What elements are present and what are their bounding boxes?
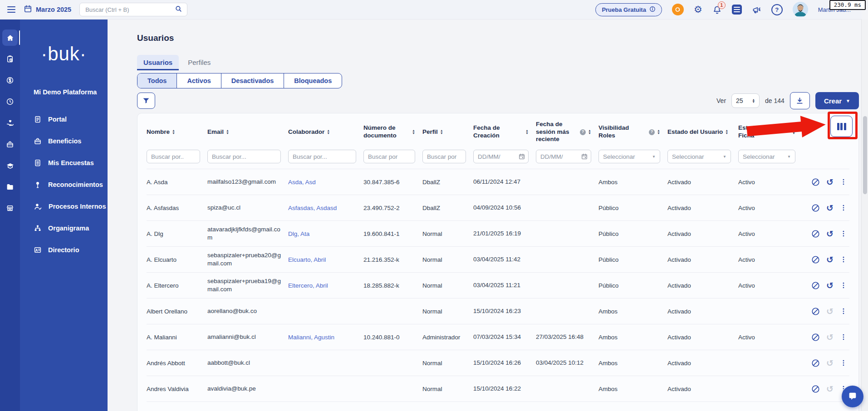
filter-select-visibilidad[interactable]: Seleccionar ▼ <box>598 150 660 163</box>
reset-password-icon[interactable]: ↺ <box>826 255 834 264</box>
kebab-menu-icon[interactable] <box>839 178 848 186</box>
filter-select-estado_usuario[interactable]: Seleccionar ▼ <box>667 150 731 163</box>
rail-item-hand-heart-icon[interactable] <box>2 115 18 131</box>
global-search[interactable] <box>79 3 187 16</box>
collaborator-link[interactable]: Eltercero, Abril <box>288 282 328 289</box>
rail-item-folder-icon[interactable] <box>2 179 18 195</box>
hamburger-menu-icon[interactable] <box>7 6 15 13</box>
sort-icon[interactable]: ▲▼ <box>412 129 415 135</box>
sidebar-item-directorio[interactable]: Directorio <box>20 239 108 261</box>
search-icon[interactable] <box>175 5 182 15</box>
sidebar-item-beneficios[interactable]: Beneficios <box>20 130 108 152</box>
block-user-icon[interactable] <box>811 255 820 264</box>
segment-desactivados[interactable]: Desactivados <box>221 73 284 88</box>
column-header-colaborador[interactable]: Colaborador▲▼ <box>288 128 356 136</box>
filter-input-colaborador[interactable] <box>288 150 356 163</box>
column-header-email[interactable]: Email▲▼ <box>207 128 281 136</box>
column-header-documento[interactable]: Número de documento▲▼ <box>363 124 415 140</box>
filter-input-nombre[interactable] <box>147 150 200 163</box>
kebab-menu-icon[interactable] <box>839 359 848 367</box>
segment-activos[interactable]: Activos <box>177 73 221 88</box>
assistant-icon[interactable] <box>672 4 684 15</box>
sidebar-item-procesos-internos[interactable]: Procesos Internos <box>20 196 108 217</box>
column-header-sesion[interactable]: Fecha de sesión más reciente?▲▼ <box>536 121 591 144</box>
period-selector[interactable]: Marzo 2025 <box>24 5 71 15</box>
segment-bloqueados[interactable]: Bloqueados <box>284 73 342 88</box>
download-button[interactable] <box>790 92 810 109</box>
filter-input-email[interactable] <box>207 150 281 163</box>
reset-password-icon[interactable]: ↺ <box>826 230 834 238</box>
rail-item-clipboard-clock-icon[interactable] <box>2 51 18 67</box>
kebab-menu-icon[interactable] <box>839 255 848 264</box>
megaphone-icon[interactable] <box>752 5 761 15</box>
sort-icon[interactable]: ▲▼ <box>725 129 728 135</box>
filter-select-estado_ficha[interactable]: Seleccionar ▼ <box>738 150 795 163</box>
filter-input-perfil[interactable] <box>422 150 466 163</box>
block-user-icon[interactable] <box>811 281 820 290</box>
column-header-estado_usuario[interactable]: Estado del Usuario▲▼ <box>667 128 731 136</box>
column-header-estado_ficha[interactable]: Estado de la Ficha▲▼ <box>738 124 795 140</box>
search-input[interactable] <box>84 6 171 14</box>
rail-item-clock-icon[interactable] <box>2 93 18 110</box>
column-header-creacion[interactable]: Fecha de Creación▲▼ <box>473 124 529 140</box>
reset-password-icon[interactable]: ↺ <box>826 178 834 186</box>
chat-bubble-button[interactable] <box>842 386 863 407</box>
sort-icon[interactable]: ▲▼ <box>226 129 229 135</box>
filter-input-documento[interactable] <box>363 150 415 163</box>
column-header-perfil[interactable]: Perfil▲▼ <box>422 128 466 136</box>
filter-button[interactable] <box>137 93 155 109</box>
rail-item-home-icon[interactable] <box>2 29 18 46</box>
gear-icon[interactable]: ⚙ <box>694 5 702 15</box>
kebab-menu-icon[interactable] <box>839 333 848 341</box>
rail-item-store-icon[interactable] <box>2 200 18 216</box>
collaborator-link[interactable]: Asfasdas, Asdasd <box>288 205 337 211</box>
rail-item-dollar-icon[interactable] <box>2 72 18 88</box>
sort-icon[interactable]: ▲▼ <box>525 129 529 135</box>
scrollbar-track[interactable] <box>861 20 868 411</box>
segment-todos[interactable]: Todos <box>137 73 177 88</box>
kebab-menu-icon[interactable] <box>839 230 848 238</box>
block-user-icon[interactable] <box>811 333 820 342</box>
notifications-bell-icon[interactable]: 1 <box>712 5 722 15</box>
column-header-nombre[interactable]: Nombre▲▼ <box>147 128 200 136</box>
sort-icon[interactable]: ▲▼ <box>588 129 591 135</box>
sort-icon[interactable]: ▲▼ <box>172 129 175 135</box>
block-user-icon[interactable] <box>811 229 820 239</box>
block-user-icon[interactable] <box>811 307 820 316</box>
reset-password-icon[interactable]: ↺ <box>826 281 834 290</box>
column-settings-button[interactable] <box>830 116 853 137</box>
sort-icon[interactable]: ▲▼ <box>657 129 660 135</box>
kebab-menu-icon[interactable] <box>839 204 848 212</box>
sidebar-item-portal[interactable]: Portal <box>20 108 108 130</box>
page-size-select[interactable]: 25 ▲▼ <box>731 93 760 108</box>
kebab-menu-icon[interactable] <box>839 281 848 289</box>
block-user-icon[interactable] <box>811 384 820 394</box>
reset-password-icon[interactable]: ↺ <box>826 204 834 212</box>
changelog-icon[interactable] <box>732 5 742 15</box>
trial-badge[interactable]: Prueba Gratuita <box>595 3 662 16</box>
rail-item-education-icon[interactable] <box>2 157 18 174</box>
column-header-visibilidad[interactable]: Visibilidad Roles?▲▼ <box>598 124 660 140</box>
sidebar-item-mis-encuestas[interactable]: Mis Encuestas <box>20 152 108 174</box>
block-user-icon[interactable] <box>811 203 820 213</box>
per-page-label: Ver <box>716 97 726 104</box>
sort-icon[interactable]: ▲▼ <box>327 129 330 135</box>
sidebar-item-organigrama[interactable]: Organigrama <box>20 217 108 239</box>
rail-item-lunchbox-icon[interactable] <box>2 136 18 152</box>
block-user-icon[interactable] <box>811 177 820 187</box>
block-user-icon[interactable] <box>811 358 820 368</box>
help-icon[interactable]: ? <box>771 4 783 15</box>
tab-usuarios[interactable]: Usuarios <box>137 55 179 70</box>
tab-perfiles[interactable]: Perfiles <box>181 55 217 70</box>
collaborator-link[interactable]: Elcuarto, Abril <box>288 256 326 263</box>
scrollbar-thumb[interactable] <box>863 116 867 194</box>
avatar[interactable] <box>793 2 808 17</box>
kebab-menu-icon[interactable] <box>839 307 848 315</box>
collaborator-link[interactable]: Dlg, Ata <box>288 230 309 237</box>
sidebar-item-reconocimientos[interactable]: Reconocimientos <box>20 174 108 196</box>
create-button[interactable]: Crear ▼ <box>815 92 859 109</box>
sort-icon[interactable]: ▲▼ <box>440 129 443 135</box>
collaborator-link[interactable]: Asda, Asd <box>288 179 316 186</box>
sort-icon[interactable]: ▲▼ <box>792 129 795 135</box>
collaborator-link[interactable]: Malianni, Agustin <box>288 334 334 341</box>
